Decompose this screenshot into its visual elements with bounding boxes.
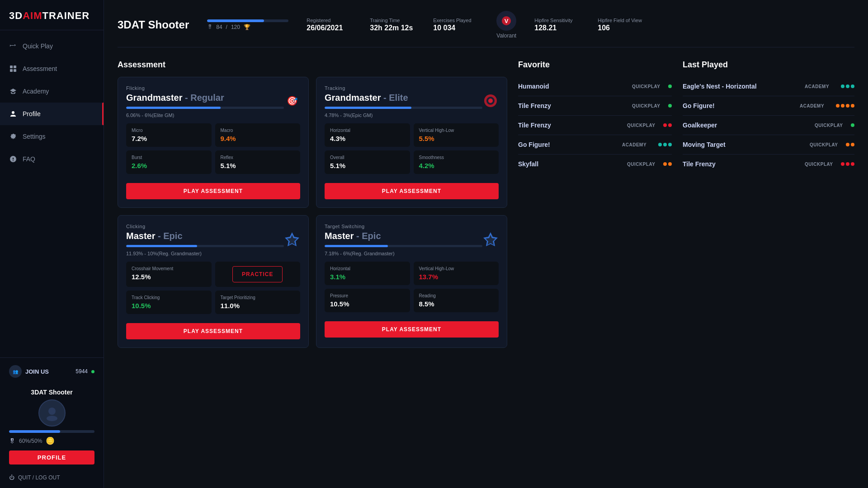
card-progress-bar-flicking <box>126 107 221 109</box>
card-progress-bar-tracking <box>325 107 411 109</box>
header-progress-bar <box>207 19 264 22</box>
dot <box>851 123 854 127</box>
quit-button[interactable]: ⏻ QUIT / LOG OUT <box>9 469 94 481</box>
sidebar-item-settings[interactable]: Settings <box>0 125 104 148</box>
play-assessment-flicking[interactable]: PLAY ASSESSMENT <box>126 183 300 199</box>
hipfire-sens-label: Hipfire Sensitivity <box>534 18 580 23</box>
fav-row-skyfall: Skyfall QUICKPLAY <box>518 155 672 174</box>
dot <box>851 162 854 166</box>
assessment-card-target-switching: Target Switching Master - Epic 7. <box>316 215 507 348</box>
sidebar-progress-bar <box>9 430 60 433</box>
lp-dots-goalkeeper <box>851 123 854 127</box>
fav-name-go-figure: Go Figure! <box>518 141 618 148</box>
card-pct-target-switching: 7.18% - 6%(Reg. Grandmaster) <box>325 251 482 256</box>
card-stats-tracking: Horizontal 4.3% Vertical High-Low 5.5% O… <box>325 123 499 174</box>
sidebar-progress-bar-wrap <box>9 430 94 433</box>
fav-row-humanoid: Humanoid QUICKPLAY <box>518 77 672 96</box>
card-progress-wrap-tracking <box>325 107 482 109</box>
fav-type-tile-frenzy-2: QUICKPLAY <box>627 123 659 128</box>
favorite-title: Favorite <box>518 60 672 70</box>
dot <box>668 104 672 108</box>
dot <box>668 123 672 127</box>
card-header-target-switching: Master - Epic 7.18% - 6%(Reg. Grandmaste… <box>325 231 499 256</box>
header-stat-training: Training Time 32h 22m 12s <box>370 18 415 32</box>
play-assessment-clicking[interactable]: PLAY ASSESSMENT <box>126 323 300 339</box>
game-icon: V Valorant <box>496 11 516 39</box>
last-played-section: Last Played Eagle's Nest - Horizontal AC… <box>683 60 854 348</box>
lp-row-eagles-nest: Eagle's Nest - Horizontal ACADEMY <box>683 77 854 96</box>
card-progress-bar-target-switching <box>325 245 388 247</box>
sidebar-label-settings: Settings <box>23 133 46 140</box>
profile-button[interactable]: PROFILE <box>9 450 94 465</box>
stat-reflex: Reflex 5.1% <box>215 150 301 174</box>
lp-name-moving-target: Moving Target <box>683 141 805 148</box>
card-header-flicking: Grandmaster - Regular 6.06% - 6%(Elite G… <box>126 93 300 118</box>
dot <box>841 84 844 88</box>
lp-dots-tile-frenzy <box>841 162 854 166</box>
assessment-card-flicking: Flicking Grandmaster - Regular 6. <box>118 77 309 208</box>
sidebar-label-assessment: Assessment <box>23 65 57 72</box>
stat-micro: Micro 7.2% <box>126 123 212 147</box>
sidebar-item-faq[interactable]: FAQ <box>0 148 104 170</box>
header-stat-registered: Registered 26/06/2021 <box>307 18 352 32</box>
lp-name-tile-frenzy: Tile Frenzy <box>683 160 800 168</box>
xp-text: 60%/50% <box>19 438 42 444</box>
fav-dots-go-figure <box>658 143 672 146</box>
lp-type-eagles-nest: ACADEMY <box>805 84 836 89</box>
sidebar-profile-section: 3DAT Shooter 🎖 60%/50% 🪙 PROFILE <box>9 384 94 469</box>
rank-badge-target-switching <box>482 231 499 247</box>
training-value: 32h 22m 12s <box>370 24 415 32</box>
lp-name-eagles-nest: Eagle's Nest - Horizontal <box>683 83 800 90</box>
gun-icon <box>9 42 17 50</box>
assessment-card-tracking: Tracking Grandmaster - Elite 4.78 <box>316 77 507 208</box>
svg-point-6 <box>47 416 57 421</box>
svg-rect-2 <box>14 66 16 68</box>
dot <box>668 162 672 166</box>
card-category-clicking: Clicking <box>126 224 300 229</box>
game-label: Valorant <box>496 33 516 39</box>
progress-max: 120 <box>231 24 240 30</box>
card-rank-tracking: Grandmaster - Elite <box>325 93 482 103</box>
lp-dots-moving-target <box>846 143 854 146</box>
sidebar-item-academy[interactable]: Academy <box>0 80 104 103</box>
card-progress-target-switching: Master - Epic 7.18% - 6%(Reg. Grandmaste… <box>325 231 482 256</box>
profile-header-title: 3DAT Shooter <box>118 19 189 31</box>
lp-row-moving-target: Moving Target QUICKPLAY <box>683 135 854 155</box>
svg-rect-4 <box>14 69 16 72</box>
card-rank-target-switching: Master - Epic <box>325 231 482 241</box>
dot <box>841 104 844 108</box>
sidebar-item-assessment[interactable]: Assessment <box>0 57 104 80</box>
sidebar-item-profile[interactable]: Profile <box>0 103 104 125</box>
practice-button[interactable]: PRACTICE <box>232 266 283 282</box>
card-progress-bar-outer-clicking <box>126 245 284 247</box>
main-content: 3DAT Shooter 🎖 84 / 120 🏆 Registered 26/… <box>104 0 868 488</box>
join-us-row: 👥 JOIN US 5944 <box>9 365 94 378</box>
fav-type-go-figure: ACADEMY <box>622 142 654 147</box>
assessment-grid: Flicking Grandmaster - Regular 6. <box>118 77 507 348</box>
stat-horizontal: Horizontal 4.3% <box>325 123 410 147</box>
header-stat-hipfire-sens: Hipfire Sensitivity 128.21 <box>534 18 580 32</box>
header-progress-labels: 🎖 84 / 120 🏆 <box>207 24 288 30</box>
card-progress-tracking: Grandmaster - Elite 4.78% - 3%(Epic GM) <box>325 93 482 118</box>
fav-dots-tile-frenzy-1 <box>668 104 672 108</box>
play-assessment-target-switching[interactable]: PLAY ASSESSMENT <box>325 321 499 338</box>
rank-badge-tracking <box>482 93 499 109</box>
stat-crosshair: Crosshair Movement 12.5% <box>126 262 212 287</box>
card-category-tracking: Tracking <box>325 85 499 91</box>
play-assessment-tracking[interactable]: PLAY ASSESSMENT <box>325 183 499 199</box>
svg-rect-3 <box>10 69 13 72</box>
registered-label: Registered <box>307 18 352 23</box>
card-rank-clicking: Master - Epic <box>126 231 284 241</box>
fav-name-skyfall: Skyfall <box>518 160 623 168</box>
card-header-tracking: Grandmaster - Elite 4.78% - 3%(Epic GM) <box>325 93 499 118</box>
logo-aim: AIM <box>23 10 42 21</box>
sidebar-item-quick-play[interactable]: Quick Play <box>0 35 104 57</box>
lp-dots-go-figure <box>836 104 854 108</box>
progress-icon-left: 🎖 <box>207 24 212 30</box>
gear-icon <box>9 132 17 141</box>
stat-ts-vertical: Vertical High-Low 13.7% <box>414 262 499 285</box>
fav-type-skyfall: QUICKPLAY <box>627 162 659 167</box>
fav-name-tile-frenzy-2: Tile Frenzy <box>518 122 623 129</box>
card-progress-bar-outer-flicking <box>126 107 284 109</box>
power-icon: ⏻ <box>9 474 14 481</box>
